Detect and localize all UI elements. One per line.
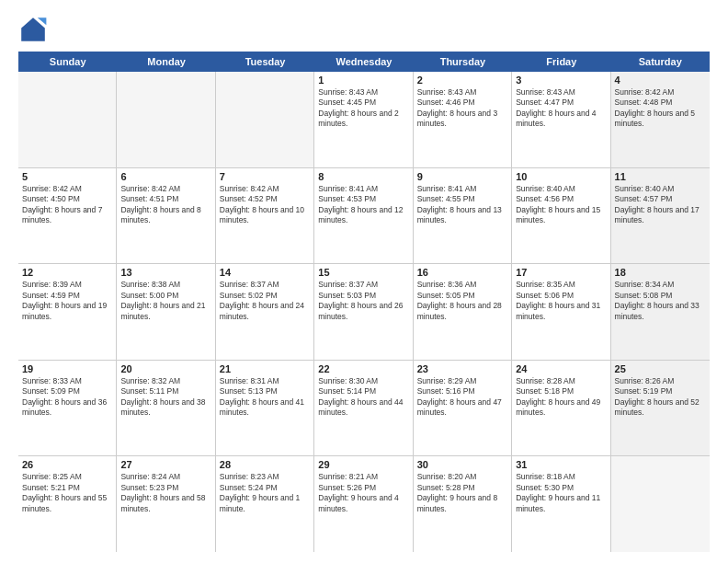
cal-cell: 30Sunrise: 8:20 AMSunset: 5:28 PMDayligh… <box>414 456 512 552</box>
cell-info: Sunrise: 8:24 AMSunset: 5:23 PMDaylight:… <box>120 472 210 514</box>
cal-cell: 6Sunrise: 8:42 AMSunset: 4:51 PMDaylight… <box>117 168 215 264</box>
cell-info: Sunrise: 8:35 AMSunset: 5:06 PMDaylight:… <box>516 280 606 322</box>
cal-cell: 16Sunrise: 8:36 AMSunset: 5:05 PMDayligh… <box>414 264 512 360</box>
day-number: 16 <box>417 267 507 278</box>
cal-cell: 17Sunrise: 8:35 AMSunset: 5:06 PMDayligh… <box>512 264 610 360</box>
cal-cell: 27Sunrise: 8:24 AMSunset: 5:23 PMDayligh… <box>117 456 215 552</box>
day-number: 22 <box>318 363 408 374</box>
cal-cell: 9Sunrise: 8:41 AMSunset: 4:55 PMDaylight… <box>414 168 512 264</box>
day-number: 13 <box>120 267 210 278</box>
day-number: 28 <box>220 459 310 470</box>
header-day-saturday: Saturday <box>611 52 710 72</box>
cell-info: Sunrise: 8:25 AMSunset: 5:21 PMDaylight:… <box>22 472 112 514</box>
cell-info: Sunrise: 8:23 AMSunset: 5:24 PMDaylight:… <box>220 472 310 514</box>
header-day-monday: Monday <box>117 52 215 72</box>
cell-info: Sunrise: 8:42 AMSunset: 4:51 PMDaylight:… <box>120 184 210 226</box>
cell-info: Sunrise: 8:41 AMSunset: 4:55 PMDaylight:… <box>417 184 507 226</box>
cal-cell: 24Sunrise: 8:28 AMSunset: 5:18 PMDayligh… <box>512 361 610 456</box>
day-number: 11 <box>615 171 706 182</box>
day-number: 4 <box>615 75 706 86</box>
cell-info: Sunrise: 8:37 AMSunset: 5:02 PMDaylight:… <box>220 280 310 322</box>
cal-cell <box>18 72 117 167</box>
header-day-wednesday: Wednesday <box>314 52 413 72</box>
day-number: 30 <box>417 459 507 470</box>
cell-info: Sunrise: 8:41 AMSunset: 4:53 PMDaylight:… <box>318 184 408 226</box>
cell-info: Sunrise: 8:28 AMSunset: 5:18 PMDaylight:… <box>516 376 606 419</box>
cell-info: Sunrise: 8:33 AMSunset: 5:09 PMDaylight:… <box>22 376 112 419</box>
cell-info: Sunrise: 8:30 AMSunset: 5:14 PMDaylight:… <box>318 376 408 419</box>
cal-cell: 26Sunrise: 8:25 AMSunset: 5:21 PMDayligh… <box>18 456 117 552</box>
day-number: 1 <box>318 75 408 86</box>
day-number: 17 <box>516 267 606 278</box>
calendar-body: 1Sunrise: 8:43 AMSunset: 4:45 PMDaylight… <box>18 72 710 552</box>
cal-cell: 13Sunrise: 8:38 AMSunset: 5:00 PMDayligh… <box>117 264 215 360</box>
cell-info: Sunrise: 8:38 AMSunset: 5:00 PMDaylight:… <box>120 280 210 322</box>
header-day-friday: Friday <box>512 52 610 72</box>
cell-info: Sunrise: 8:39 AMSunset: 4:59 PMDaylight:… <box>22 280 112 322</box>
cal-cell: 23Sunrise: 8:29 AMSunset: 5:16 PMDayligh… <box>414 361 512 456</box>
cell-info: Sunrise: 8:42 AMSunset: 4:50 PMDaylight:… <box>22 184 112 226</box>
cal-cell: 28Sunrise: 8:23 AMSunset: 5:24 PMDayligh… <box>216 456 314 552</box>
cell-info: Sunrise: 8:32 AMSunset: 5:11 PMDaylight:… <box>120 376 210 419</box>
day-number: 2 <box>417 75 507 86</box>
cal-cell <box>216 72 314 167</box>
cal-cell: 7Sunrise: 8:42 AMSunset: 4:52 PMDaylight… <box>216 168 314 264</box>
cal-cell: 4Sunrise: 8:42 AMSunset: 4:48 PMDaylight… <box>611 72 710 167</box>
cell-info: Sunrise: 8:29 AMSunset: 5:16 PMDaylight:… <box>417 376 507 419</box>
cell-info: Sunrise: 8:43 AMSunset: 4:47 PMDaylight:… <box>516 87 606 130</box>
cell-info: Sunrise: 8:40 AMSunset: 4:56 PMDaylight:… <box>516 184 606 226</box>
calendar-row-4: 19Sunrise: 8:33 AMSunset: 5:09 PMDayligh… <box>18 361 710 457</box>
cal-cell: 8Sunrise: 8:41 AMSunset: 4:53 PMDaylight… <box>314 168 413 264</box>
cal-cell: 1Sunrise: 8:43 AMSunset: 4:45 PMDaylight… <box>314 72 413 167</box>
day-number: 18 <box>615 267 706 278</box>
day-number: 9 <box>417 171 507 182</box>
day-number: 27 <box>120 459 210 470</box>
cell-info: Sunrise: 8:43 AMSunset: 4:45 PMDaylight:… <box>318 87 408 130</box>
cal-cell: 29Sunrise: 8:21 AMSunset: 5:26 PMDayligh… <box>314 456 413 552</box>
cal-cell: 14Sunrise: 8:37 AMSunset: 5:02 PMDayligh… <box>216 264 314 360</box>
cal-cell: 15Sunrise: 8:37 AMSunset: 5:03 PMDayligh… <box>314 264 413 360</box>
cal-cell: 5Sunrise: 8:42 AMSunset: 4:50 PMDaylight… <box>18 168 117 264</box>
cell-info: Sunrise: 8:18 AMSunset: 5:30 PMDaylight:… <box>516 472 606 514</box>
day-number: 3 <box>516 75 606 86</box>
day-number: 24 <box>516 363 606 374</box>
calendar-header: SundayMondayTuesdayWednesdayThursdayFrid… <box>18 52 710 72</box>
cal-cell: 12Sunrise: 8:39 AMSunset: 4:59 PMDayligh… <box>18 264 117 360</box>
cell-info: Sunrise: 8:26 AMSunset: 5:19 PMDaylight:… <box>615 376 706 419</box>
day-number: 7 <box>220 171 310 182</box>
header-day-sunday: Sunday <box>18 52 117 72</box>
day-number: 26 <box>22 459 112 470</box>
calendar: SundayMondayTuesdayWednesdayThursdayFrid… <box>18 52 710 552</box>
cell-info: Sunrise: 8:37 AMSunset: 5:03 PMDaylight:… <box>318 280 408 322</box>
cell-info: Sunrise: 8:34 AMSunset: 5:08 PMDaylight:… <box>615 280 706 322</box>
cal-cell: 21Sunrise: 8:31 AMSunset: 5:13 PMDayligh… <box>216 361 314 456</box>
day-number: 14 <box>220 267 310 278</box>
day-number: 6 <box>120 171 210 182</box>
logo-icon <box>18 15 48 44</box>
day-number: 5 <box>22 171 112 182</box>
cell-info: Sunrise: 8:43 AMSunset: 4:46 PMDaylight:… <box>417 87 507 130</box>
day-number: 8 <box>318 171 408 182</box>
day-number: 20 <box>120 363 210 374</box>
day-number: 23 <box>417 363 507 374</box>
cal-cell: 2Sunrise: 8:43 AMSunset: 4:46 PMDaylight… <box>414 72 512 167</box>
page: SundayMondayTuesdayWednesdayThursdayFrid… <box>0 0 728 563</box>
cal-cell: 31Sunrise: 8:18 AMSunset: 5:30 PMDayligh… <box>512 456 610 552</box>
cell-info: Sunrise: 8:21 AMSunset: 5:26 PMDaylight:… <box>318 472 408 514</box>
calendar-row-3: 12Sunrise: 8:39 AMSunset: 4:59 PMDayligh… <box>18 264 710 361</box>
cell-info: Sunrise: 8:36 AMSunset: 5:05 PMDaylight:… <box>417 280 507 322</box>
header <box>18 15 710 44</box>
cal-cell: 10Sunrise: 8:40 AMSunset: 4:56 PMDayligh… <box>512 168 610 264</box>
cal-cell: 22Sunrise: 8:30 AMSunset: 5:14 PMDayligh… <box>314 361 413 456</box>
day-number: 19 <box>22 363 112 374</box>
cell-info: Sunrise: 8:20 AMSunset: 5:28 PMDaylight:… <box>417 472 507 514</box>
header-day-tuesday: Tuesday <box>216 52 314 72</box>
cal-cell: 19Sunrise: 8:33 AMSunset: 5:09 PMDayligh… <box>18 361 117 456</box>
cal-cell <box>117 72 215 167</box>
svg-marker-0 <box>21 17 45 41</box>
cal-cell: 3Sunrise: 8:43 AMSunset: 4:47 PMDaylight… <box>512 72 610 167</box>
calendar-row-5: 26Sunrise: 8:25 AMSunset: 5:21 PMDayligh… <box>18 456 710 552</box>
cell-info: Sunrise: 8:31 AMSunset: 5:13 PMDaylight:… <box>220 376 310 419</box>
cal-cell: 20Sunrise: 8:32 AMSunset: 5:11 PMDayligh… <box>117 361 215 456</box>
calendar-row-2: 5Sunrise: 8:42 AMSunset: 4:50 PMDaylight… <box>18 168 710 265</box>
